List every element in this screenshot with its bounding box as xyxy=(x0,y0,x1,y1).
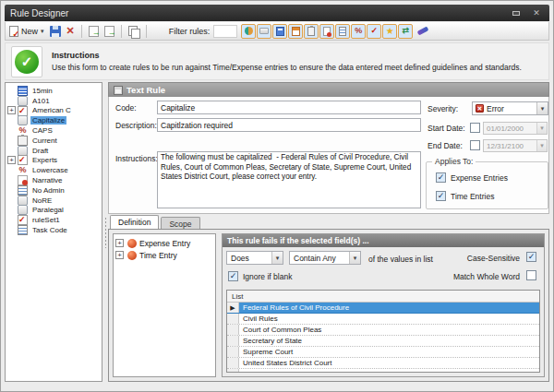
save-icon xyxy=(50,26,61,37)
tree-item-15min[interactable]: 15min xyxy=(7,86,102,96)
ignore-if-blank-checkbox[interactable]: ✓ xyxy=(228,271,238,281)
severity-dropdown[interactable]: ✕ Error ▾ xyxy=(472,101,548,115)
comparison-dropdown-button[interactable]: ▾ xyxy=(349,252,360,264)
save-button[interactable] xyxy=(47,23,64,40)
tree-item-ruleset1[interactable]: ✓ruleSet1 xyxy=(7,215,102,225)
filter-list-rule-button[interactable] xyxy=(335,24,350,39)
expand-icon[interactable]: + xyxy=(7,156,16,164)
filter-date-rule-button[interactable] xyxy=(288,24,303,39)
severity-dropdown-button[interactable]: ▾ xyxy=(536,102,548,114)
export-button[interactable]: → xyxy=(86,23,102,40)
check-icon: ✓ xyxy=(438,192,445,200)
filter-combined-rule-button[interactable]: ⇄ xyxy=(398,24,413,39)
tree-item-paralegal[interactable]: Paralegal xyxy=(7,206,102,216)
clear-filters-brush-icon[interactable] xyxy=(417,26,429,35)
tree-item-no-admin[interactable]: No Admin xyxy=(7,185,102,196)
time-entries-option[interactable]: ✓ Time Entries xyxy=(436,191,494,201)
toolbar-separator xyxy=(146,25,147,38)
delete-button[interactable]: ✕ xyxy=(64,23,78,40)
operator-dropdown[interactable]: Does ▾ xyxy=(226,251,283,265)
tree-item-draft[interactable]: Draft xyxy=(7,146,102,156)
row-selector[interactable] xyxy=(227,314,239,324)
filter-percent-rule-button[interactable]: % xyxy=(351,24,366,39)
list-row-empty[interactable] xyxy=(227,369,539,373)
row-selector[interactable] xyxy=(227,336,239,346)
list-row[interactable]: ▶ Federal Rules of Civil Procedure xyxy=(227,303,539,314)
comparison-dropdown[interactable]: Contain Any ▾ xyxy=(289,251,361,265)
filter-smartlist-button[interactable]: ★ xyxy=(382,24,397,39)
row-selector[interactable] xyxy=(227,358,239,368)
entity-icon xyxy=(127,239,137,248)
new-dropdown-arrow-icon[interactable]: ▾ xyxy=(41,28,44,35)
tree-item-experts[interactable]: +✓Experts xyxy=(7,156,102,166)
case-sensitive-checkbox[interactable]: ✓ xyxy=(526,252,536,262)
filter-number-rule-button[interactable] xyxy=(272,24,287,39)
operator-value: Does xyxy=(227,254,271,263)
field-tree-expense-entry[interactable]: + Expense Entry xyxy=(115,237,213,249)
end-date-checkbox[interactable] xyxy=(470,140,480,150)
filter-boolean-rule-button[interactable] xyxy=(241,24,256,39)
filter-text-rule-button[interactable] xyxy=(257,24,271,39)
filter-clipboard-rule-button[interactable] xyxy=(304,24,319,39)
filter-ruleset-button[interactable]: ✓ xyxy=(367,24,381,39)
tree-item-capitalize[interactable]: Capitalize xyxy=(7,115,102,125)
condition-panel: This rule fails if the selected field(s)… xyxy=(222,233,545,377)
copy-button[interactable] xyxy=(126,23,142,40)
close-button[interactable]: ✕ xyxy=(529,7,544,18)
tab-definition[interactable]: Definition xyxy=(110,215,159,229)
condition-controls: Does ▾ Contain Any ▾ of the values in li… xyxy=(223,247,544,288)
rule-designer-window: Rule Designer ✕ ✓ New ▾ ✕ → → Filter rul… xyxy=(0,0,554,392)
ruleset-icon: ✓ xyxy=(18,215,28,225)
tree-item-american-c[interactable]: +✓American C xyxy=(7,106,102,116)
end-date-dropdown-button[interactable]: ▾ xyxy=(536,140,547,151)
list-row[interactable]: Supreme Court xyxy=(227,347,539,358)
tree-item-narrative[interactable]: Narrative xyxy=(7,175,102,185)
row-selector[interactable] xyxy=(227,347,239,357)
text-rule-icon xyxy=(18,146,28,156)
start-date-dropdown-button[interactable]: ▾ xyxy=(536,123,547,134)
tree-item-lowercase[interactable]: %Lowercase xyxy=(7,165,102,175)
rule-type-filter-group: % ✓ ★ ⇄ xyxy=(241,24,413,39)
chevron-down-icon: ▾ xyxy=(541,105,545,113)
text-rule-icon xyxy=(259,28,269,34)
import-icon: → xyxy=(104,26,114,37)
start-date-field: 01/01/2000 ▾ xyxy=(483,122,548,135)
list-row[interactable]: Civil Rules xyxy=(227,314,539,325)
number-rule-icon xyxy=(18,86,28,96)
new-button[interactable]: New ▾ xyxy=(18,23,47,40)
values-in-list-label: of the values in list xyxy=(368,255,433,264)
expand-icon[interactable]: + xyxy=(115,239,124,247)
start-date-checkbox[interactable] xyxy=(470,123,480,133)
filter-rules-input[interactable] xyxy=(213,25,237,38)
percent-rule-icon: % xyxy=(18,165,28,175)
tab-scope[interactable]: Scope xyxy=(161,217,199,229)
minimize-button[interactable] xyxy=(509,7,524,18)
text-rule-icon xyxy=(18,205,28,215)
percent-rule-icon: % xyxy=(355,27,362,35)
expense-entries-option[interactable]: ✓ Expense Entries xyxy=(436,172,508,183)
tree-item-a101[interactable]: A101 xyxy=(7,96,102,106)
list-row[interactable]: Court of Common Pleas xyxy=(227,325,539,336)
chevron-down-icon: ▾ xyxy=(540,125,544,132)
instructions-textarea[interactable]: The following must be capitalized - Fede… xyxy=(157,151,421,208)
time-entries-checkbox[interactable]: ✓ xyxy=(436,191,446,201)
expand-icon[interactable]: + xyxy=(7,106,16,114)
tree-item-nore[interactable]: NoRE xyxy=(7,196,102,206)
green-check-icon: ✓ xyxy=(15,50,39,74)
description-input[interactable] xyxy=(157,118,421,132)
tree-item-task-code[interactable]: Task Code xyxy=(7,225,102,235)
list-row[interactable]: Secretary of State xyxy=(227,336,539,347)
row-selector[interactable]: ▶ xyxy=(227,303,239,313)
list-row[interactable]: United States District Court xyxy=(227,358,539,369)
filter-narrative-rule-button[interactable] xyxy=(319,24,334,39)
expense-entries-checkbox[interactable]: ✓ xyxy=(436,172,446,183)
code-input[interactable] xyxy=(157,101,421,114)
import-button[interactable]: → xyxy=(102,23,117,40)
tree-item-current[interactable]: Current xyxy=(7,136,102,146)
row-selector[interactable] xyxy=(227,325,239,335)
expand-icon[interactable]: + xyxy=(115,251,124,259)
row-selector[interactable] xyxy=(227,369,239,373)
operator-dropdown-button[interactable]: ▾ xyxy=(271,252,283,264)
match-whole-word-checkbox[interactable] xyxy=(526,270,536,280)
field-tree-time-entry[interactable]: + Time Entry xyxy=(115,249,213,261)
